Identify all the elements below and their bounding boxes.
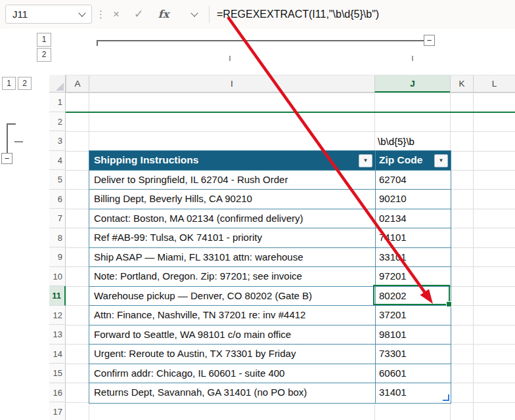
name-box-value: J11 (12, 9, 28, 20)
formula-dropdown-chevron-icon[interactable] (190, 9, 198, 16)
table-resize-handle[interactable] (443, 394, 449, 401)
cell-instruction[interactable]: Contact: Boston, MA 02134 (confirmed del… (89, 209, 375, 229)
table-header-shipping-instructions: Shipping Instructions▼ (89, 151, 375, 171)
table-row: Ship ASAP — Miami, FL 33101 attn: wareho… (89, 248, 451, 268)
row-group-bracket-tick (7, 123, 16, 125)
column-headers: AIJKL (66, 75, 515, 93)
filter-icon[interactable]: ▼ (359, 154, 372, 167)
table-row: Contact: Boston, MA 02134 (confirmed del… (89, 209, 451, 229)
row-header-14[interactable]: 14 (49, 345, 66, 364)
row-outline-level-1-button[interactable]: 1 (2, 77, 16, 90)
row-header-1[interactable]: 1 (49, 93, 66, 112)
row-header-8[interactable]: 8 (49, 228, 66, 248)
row1-green-line (66, 112, 515, 114)
cell-zip[interactable]: 80202 (375, 287, 451, 306)
cell-instruction[interactable]: Attn: Finance, Nashville, TN 37201 re: i… (89, 306, 375, 326)
formula-input[interactable]: =REGEXEXTRACT(I11,"\b\d{5}\b") (217, 0, 379, 29)
cell-J3[interactable]: \b\d{5}\b (378, 132, 414, 151)
collapse-row-group-button[interactable]: − (1, 153, 12, 164)
cell-zip[interactable]: 37201 (375, 306, 451, 326)
row-header-10[interactable]: 10 (49, 267, 66, 287)
cancel-icon[interactable]: × (106, 5, 126, 24)
cell-instruction[interactable]: Deliver to Springfield, IL 62704 - Rush … (89, 171, 375, 190)
cell-zip[interactable]: 97201 (375, 267, 451, 287)
cell-zip[interactable]: 62704 (375, 171, 451, 190)
divider (209, 6, 210, 23)
row-header-12[interactable]: 12 (49, 306, 66, 326)
column-group-bracket (97, 40, 425, 41)
cell-zip[interactable]: 73301 (375, 345, 451, 364)
insert-function-icon[interactable]: fx (152, 5, 175, 24)
row-group-bracket (7, 124, 8, 154)
formula-bar: J11 ⋮ × ✓ fx =REGEXEXTRACT(I11,"\b\d{5}\… (0, 0, 515, 30)
table-row: Returns Dept, Savannah, GA 31401 (no PO … (89, 383, 451, 403)
cell-zip[interactable]: 90210 (375, 190, 451, 209)
table-row: Attn: Finance, Nashville, TN 37201 re: i… (89, 306, 451, 326)
collapse-column-group-button[interactable]: − (424, 35, 435, 46)
column-group-bracket-tick (97, 40, 98, 46)
cell-instruction[interactable]: Ref #AB-99: Tulsa, OK 74101 - priority (89, 228, 375, 248)
cell-instruction[interactable]: Note: Portland, Oregon. Zip: 97201; see … (89, 267, 375, 287)
name-box[interactable]: J11 (5, 5, 92, 24)
table-row: Note: Portland, Oregon. Zip: 97201; see … (89, 267, 451, 287)
table-row: Deliver to Springfield, IL 62704 - Rush … (89, 171, 451, 190)
filter-icon[interactable]: ▼ (434, 154, 448, 167)
table-row: Confirm addr: Chicago, IL 60601 - suite … (89, 364, 451, 384)
cell-instruction[interactable]: Ship ASAP — Miami, FL 33101 attn: wareho… (89, 248, 375, 268)
table-row: Forward to Seattle, WA 98101 c/o main of… (89, 326, 451, 345)
select-all-corner[interactable] (49, 75, 66, 93)
row-header-7[interactable]: 7 (49, 209, 66, 228)
cell-instruction[interactable]: Urgent: Reroute to Austin, TX 73301 by F… (89, 345, 375, 364)
column-header-J[interactable]: J (374, 75, 450, 93)
row-header-15[interactable]: 15 (49, 364, 66, 383)
row-header-5[interactable]: 5 (49, 170, 66, 190)
row-header-3[interactable]: 3 (49, 131, 66, 151)
cell-zip[interactable]: 31401 (375, 383, 451, 403)
gridline (473, 93, 474, 420)
row-outline-level-2-button[interactable]: 2 (18, 77, 32, 90)
cell-instruction[interactable]: Warehouse pickup — Denver, CO 80202 (Gat… (89, 287, 375, 306)
table-row: Billing Dept, Beverly Hills, CA 90210902… (89, 190, 451, 209)
name-box-chevron-icon[interactable] (78, 9, 85, 16)
column-outline-level-2-button[interactable]: 2 (37, 48, 51, 62)
cell-zip[interactable]: 33101 (375, 248, 451, 268)
column-header-A[interactable]: A (66, 75, 89, 93)
cell-instruction[interactable]: Forward to Seattle, WA 98101 c/o main of… (89, 326, 375, 345)
cell-zip[interactable]: 98101 (375, 326, 451, 345)
row-header-13[interactable]: 13 (49, 325, 66, 345)
table-header-zip-code: Zip Code▼ (375, 151, 451, 171)
confirm-icon[interactable]: ✓ (129, 5, 148, 24)
outline-mark (229, 56, 231, 61)
select-all-triangle-icon (56, 83, 64, 91)
column-header-L[interactable]: L (473, 75, 515, 93)
cell-instruction[interactable]: Billing Dept, Beverly Hills, CA 90210 (89, 190, 375, 209)
row-header-2[interactable]: 2 (49, 112, 66, 132)
table-row: Ref #AB-99: Tulsa, OK 74101 - priority74… (89, 228, 451, 248)
formula-bar-separator-icon: ⋮ (96, 8, 106, 21)
row-header-16[interactable]: 16 (49, 383, 66, 403)
column-header-I[interactable]: I (89, 75, 374, 93)
column-outline-level-1-button[interactable]: 1 (37, 33, 51, 47)
table-row: Urgent: Reroute to Austin, TX 73301 by F… (89, 345, 451, 364)
row-headers: 1234567891011121314151617 (49, 93, 66, 420)
row-header-4[interactable]: 4 (49, 151, 66, 171)
cell-zip[interactable]: 02134 (375, 209, 451, 229)
row-outline-level-buttons: 1 2 (0, 75, 49, 93)
outline-mark (412, 56, 413, 61)
column-outline-bar: 1 2 − (0, 29, 515, 75)
table-header-label: Shipping Instructions (94, 154, 198, 165)
cell-zip[interactable]: 74101 (375, 228, 451, 248)
row-header-6[interactable]: 6 (49, 190, 66, 209)
row-header-9[interactable]: 9 (49, 247, 66, 267)
cell-instruction[interactable]: Returns Dept, Savannah, GA 31401 (no PO … (89, 383, 375, 403)
cell-zip[interactable]: 60601 (375, 364, 451, 384)
shipping-table: Shipping Instructions▼Zip Code▼Deliver t… (89, 150, 451, 404)
table-row: Warehouse pickup — Denver, CO 80202 (Gat… (89, 287, 451, 306)
row-header-17[interactable]: 17 (49, 402, 66, 420)
cell-instruction[interactable]: Confirm addr: Chicago, IL 60601 - suite … (89, 364, 375, 384)
table-header-label: Zip Code (379, 154, 422, 165)
table-header-row: Shipping Instructions▼Zip Code▼ (89, 151, 451, 171)
spreadsheet-app: J11 ⋮ × ✓ fx =REGEXEXTRACT(I11,"\b\d{5}\… (0, 0, 515, 420)
row-header-11[interactable]: 11 (49, 286, 66, 306)
column-header-K[interactable]: K (450, 75, 473, 93)
